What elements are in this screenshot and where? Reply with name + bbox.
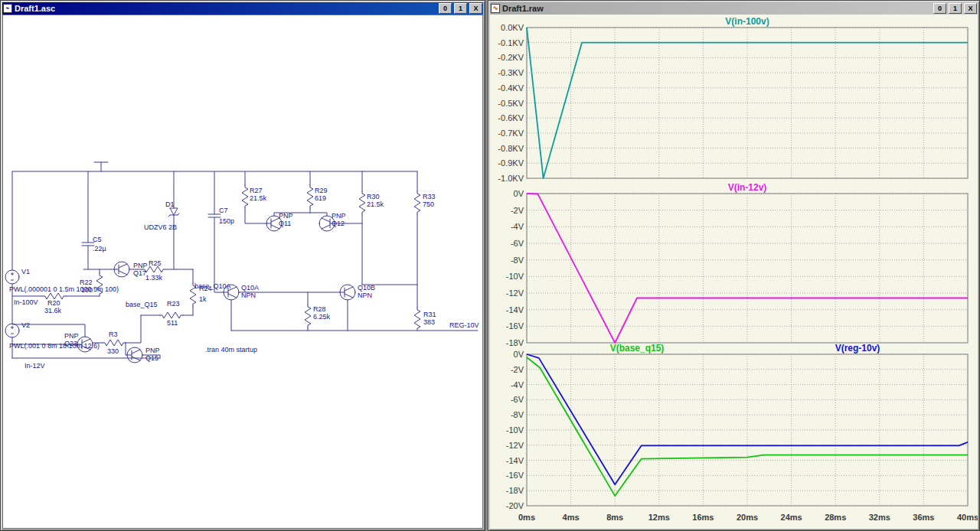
schematic-canvas[interactable]: R2721.5kR29619R3021.5kR33750D1UDZV6 2BC7… — [3, 15, 483, 529]
transistor-Q10B[interactable] — [340, 285, 355, 300]
close-button[interactable]: X — [964, 3, 977, 14]
schematic-label: R25 — [149, 259, 162, 267]
resistor-R20[interactable] — [43, 293, 66, 299]
y-axis-tick-label: -16V — [506, 471, 524, 480]
schematic-window-title: Draft1.asc — [15, 4, 436, 13]
schematic-label: V1 — [21, 268, 30, 275]
resistor-R33[interactable] — [414, 191, 420, 214]
waveform-window[interactable]: ∿ Draft1.raw 0 1 X 0.0KV-0.1KV-0.2KV-0.3… — [488, 0, 980, 531]
x-axis-tick-label: 12ms — [648, 513, 670, 522]
y-axis-tick-label: 0.0KV — [501, 23, 524, 32]
resistor-R28[interactable] — [305, 305, 311, 327]
y-axis-tick-label: -4V — [511, 222, 524, 231]
y-axis-tick-label: -0.5KV — [498, 99, 524, 108]
schematic-label: PNP — [279, 212, 293, 220]
schematic-label: Q10A — [241, 284, 259, 292]
trace-name-label[interactable]: V(base_q15) — [610, 343, 665, 353]
schematic-label: Q12 — [332, 220, 345, 227]
voltage-source-V2[interactable] — [5, 324, 19, 337]
schematic-label: R23 — [167, 300, 180, 308]
y-axis-tick-label: -4V — [511, 380, 524, 389]
schematic-label: In-100V — [14, 298, 38, 306]
x-axis-tick-label: 0ms — [518, 513, 535, 522]
resistor-R30[interactable] — [359, 191, 365, 214]
schematic-label: R31 — [423, 311, 436, 318]
y-axis-tick-label: -0.8KV — [498, 144, 524, 153]
transistor-Q15[interactable] — [127, 347, 142, 363]
zener-diode-D1[interactable] — [168, 208, 179, 217]
y-axis-tick-label: -1.0KV — [498, 174, 524, 183]
y-axis-tick-label: -0.4KV — [498, 83, 524, 93]
schematic-label: 1k — [199, 295, 207, 303]
transistor-Q17[interactable] — [114, 262, 129, 277]
x-axis-tick-label: 32ms — [869, 513, 890, 522]
schematic-wires — [12, 162, 478, 358]
minimize-button[interactable]: 0 — [933, 3, 946, 14]
schematic-label: R29 — [315, 187, 328, 194]
y-axis-tick-label: -12V — [506, 441, 524, 450]
schematic-label: Q11 — [279, 220, 291, 227]
resistor-R29[interactable] — [307, 185, 313, 208]
y-axis-tick-label: -18V — [506, 486, 524, 495]
y-axis-tick-label: -2V — [511, 206, 524, 215]
schematic-label: V2 — [21, 321, 30, 329]
y-axis-tick-label: -0.1KV — [498, 38, 524, 47]
schematic-label: 330 — [107, 347, 119, 355]
resistor-R27[interactable] — [242, 185, 248, 208]
y-axis-tick-label: -2V — [511, 365, 524, 374]
schematic-label: Q15 — [145, 354, 158, 362]
x-axis-tick-label: 40ms — [957, 513, 978, 522]
schematic-label: 750 — [423, 200, 434, 208]
trace-name-label[interactable]: V(in-12v) — [728, 182, 767, 193]
waveform-window-title: Draft1.raw — [502, 4, 931, 13]
schematic-label: 21.5k — [367, 200, 384, 208]
schematic-label: In-12V — [24, 362, 45, 370]
schematic-window-titlebar[interactable]: ⌁ Draft1.asc 0 1 X — [2, 2, 483, 15]
x-axis-tick-label: 16ms — [692, 513, 714, 522]
maximize-button[interactable]: 1 — [949, 3, 962, 14]
schematic-labels: R2721.5kR29619R3021.5kR33750D1UDZV6 2BC7… — [9, 187, 479, 370]
waveform-canvas[interactable]: 0.0KV-0.1KV-0.2KV-0.3KV-0.4KV-0.5KV-0.6K… — [490, 15, 978, 529]
close-button[interactable]: X — [469, 3, 482, 14]
y-axis-tick-label: -8V — [511, 410, 524, 419]
schematic-client-area: R2721.5kR29619R3021.5kR33750D1UDZV6 2BC7… — [2, 15, 483, 529]
resistor-R3[interactable] — [103, 340, 126, 346]
schematic-label: PNP — [64, 332, 79, 340]
trace-name-label[interactable]: V(in-100v) — [725, 16, 769, 27]
schematic-label: REG-10V — [449, 321, 479, 329]
x-axis-tick-label: 36ms — [913, 513, 934, 522]
schematic-window[interactable]: ⌁ Draft1.asc 0 1 X — [0, 0, 485, 531]
y-axis-tick-label: -0.3KV — [498, 68, 524, 77]
resistor-R23[interactable] — [160, 312, 183, 318]
y-axis-tick-label: -18V — [506, 338, 524, 347]
trace-name-label[interactable]: V(reg-10v) — [835, 343, 880, 353]
waveform-window-titlebar[interactable]: ∿ Draft1.raw 0 1 X — [490, 2, 978, 15]
schematic-label: PNP — [145, 347, 160, 354]
schematic-label: PWL(.001 0 8m 18 10m 12.6) — [9, 342, 100, 350]
schematic-label: 619 — [315, 194, 326, 202]
y-axis-tick-label: -20V — [506, 501, 524, 510]
schematic-label: PWL(.000001 0 1.5m 1000 5m 100) — [9, 285, 119, 293]
y-axis-tick-label: -10V — [506, 272, 524, 281]
schematic-icon: ⌁ — [3, 4, 12, 13]
schematic-label: 31.6k — [44, 307, 62, 314]
y-axis-tick-label: -0.2KV — [498, 53, 524, 62]
schematic-label: base_Q15 — [126, 301, 158, 308]
schematic-label: 383 — [423, 318, 435, 326]
x-axis-tick-label: 4ms — [563, 513, 580, 522]
schematic-label: base_Q10A — [194, 282, 231, 290]
x-axis-tick-label: 8ms — [606, 513, 623, 522]
resistor-R31[interactable] — [414, 308, 420, 331]
y-axis-tick-label: -16V — [506, 321, 524, 331]
x-axis-tick-label: 20ms — [737, 513, 758, 522]
minimize-button[interactable]: 0 — [439, 3, 452, 14]
waveform-client-area: 0.0KV-0.1KV-0.2KV-0.3KV-0.4KV-0.5KV-0.6K… — [490, 15, 978, 529]
schematic-label: R20 — [47, 299, 60, 307]
maximize-button[interactable]: 1 — [454, 3, 467, 14]
y-axis-tick-label: 0V — [514, 189, 524, 198]
x-axis-tick-label: 24ms — [781, 513, 802, 522]
y-axis-tick-label: -14V — [506, 456, 524, 465]
schematic-label: PNP — [133, 262, 148, 269]
ltspice-mdi-area: ⌁ Draft1.asc 0 1 X — [0, 0, 980, 531]
voltage-source-V1[interactable] — [5, 270, 19, 284]
